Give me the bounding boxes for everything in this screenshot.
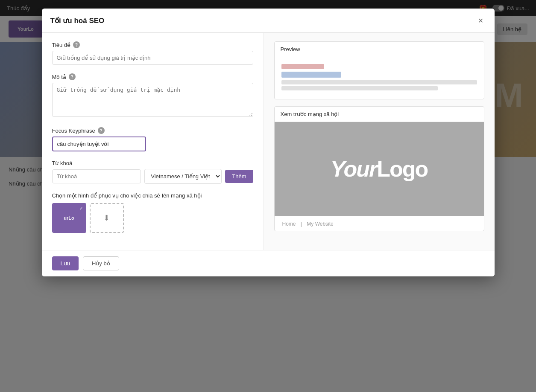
selected-image[interactable]: urLo ✓ bbox=[52, 203, 86, 233]
focus-keyphrase-help-icon[interactable]: ? bbox=[98, 127, 105, 134]
language-select[interactable]: Vietnamese / Tiếng Việt English French bbox=[144, 169, 222, 184]
social-logo-logo: Logo bbox=[377, 157, 428, 181]
social-preview-image: YourLogo bbox=[275, 122, 484, 216]
tieu-de-group: Tiêu đề ? bbox=[52, 41, 253, 65]
modal-right-column: Preview Xem trước mạng xã hội YourLogo bbox=[264, 33, 495, 250]
image-picker-row: urLo ✓ ⬇ bbox=[52, 203, 253, 233]
upload-icon: ⬇ bbox=[103, 213, 110, 223]
keyword-row: Vietnamese / Tiếng Việt English French T… bbox=[52, 169, 253, 184]
preview-desc-bar-2 bbox=[281, 86, 438, 90]
mo-ta-help-icon[interactable]: ? bbox=[69, 73, 76, 80]
mo-ta-group: Mô tả ? bbox=[52, 73, 253, 119]
keyword-input[interactable] bbox=[52, 169, 141, 183]
social-preview-link: Home | My Website bbox=[281, 221, 335, 227]
modal-overlay: Tối ưu hoá SEO × Tiêu đề ? Mô tả bbox=[0, 0, 536, 392]
social-logo-your: Your bbox=[331, 157, 377, 181]
upload-image-box[interactable]: ⬇ bbox=[90, 203, 124, 233]
social-link-home: Home bbox=[282, 221, 296, 227]
image-section-label: Chọn một hình để phục vụ cho việc chia s… bbox=[52, 192, 253, 199]
preview-url-bar bbox=[281, 64, 324, 69]
image-picker-group: Chọn một hình để phục vụ cho việc chia s… bbox=[52, 192, 253, 233]
preview-box: Preview bbox=[274, 41, 484, 99]
focus-keyphrase-group: Focus Keyphrase ? bbox=[52, 127, 253, 151]
modal-body: Tiêu đề ? Mô tả ? Focus Keyphr bbox=[42, 33, 495, 250]
modal-title: Tối ưu hoá SEO bbox=[50, 16, 105, 25]
tu-khoa-group: Từ khoá Vietnamese / Tiếng Việt English … bbox=[52, 160, 253, 184]
preview-header: Preview bbox=[275, 42, 484, 57]
social-link-site: My Website bbox=[307, 221, 333, 227]
preview-desc-bar-1 bbox=[281, 80, 477, 84]
tu-khoa-label: Từ khoá bbox=[52, 160, 253, 166]
preview-content bbox=[275, 57, 484, 99]
focus-keyphrase-input[interactable] bbox=[52, 136, 146, 151]
modal-footer: Lưu Hủy bỏ bbox=[42, 250, 495, 276]
social-link-separator: | bbox=[301, 221, 302, 227]
selected-image-checkmark: ✓ bbox=[78, 205, 85, 212]
seo-modal: Tối ưu hoá SEO × Tiêu đề ? Mô tả bbox=[42, 9, 495, 276]
social-logo: YourLogo bbox=[331, 156, 428, 182]
modal-left-column: Tiêu đề ? Mô tả ? Focus Keyphr bbox=[42, 33, 264, 250]
modal-header: Tối ưu hoá SEO × bbox=[42, 9, 495, 33]
save-button[interactable]: Lưu bbox=[52, 256, 79, 270]
tieu-de-help-icon[interactable]: ? bbox=[73, 41, 80, 48]
mo-ta-input[interactable] bbox=[52, 83, 253, 117]
social-preview-header: Xem trước mạng xã hội bbox=[275, 107, 484, 122]
social-preview-footer: Home | My Website bbox=[275, 216, 484, 231]
tieu-de-label: Tiêu đề ? bbox=[52, 41, 253, 48]
focus-keyphrase-label: Focus Keyphrase ? bbox=[52, 127, 253, 134]
tieu-de-input[interactable] bbox=[52, 51, 253, 65]
social-preview-box: Xem trước mạng xã hội YourLogo Home | My… bbox=[274, 106, 484, 231]
add-keyword-button[interactable]: Thêm bbox=[225, 170, 253, 183]
cancel-button[interactable]: Hủy bỏ bbox=[83, 256, 119, 270]
close-button[interactable]: × bbox=[476, 15, 486, 26]
mo-ta-label: Mô tả ? bbox=[52, 73, 253, 80]
preview-title-bar bbox=[281, 72, 341, 78]
